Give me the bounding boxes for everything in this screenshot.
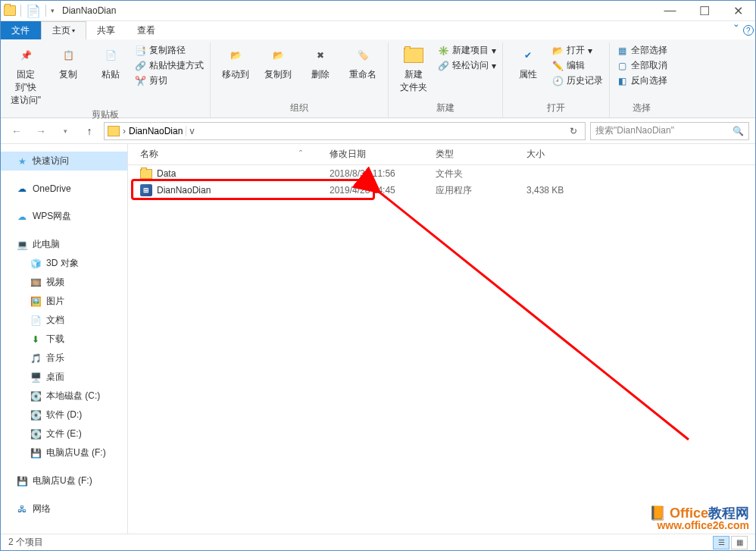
search-icon: 🔍 xyxy=(733,126,744,136)
back-button[interactable]: ← xyxy=(7,121,27,141)
path-icon: 📑 xyxy=(134,45,146,57)
up-button[interactable]: ↑ xyxy=(80,121,99,141)
copy-path-button[interactable]: 📑复制路径 xyxy=(134,44,204,57)
sidebar-item-wps[interactable]: ☁WPS网盘 xyxy=(1,207,127,226)
easy-access-button[interactable]: 🔗轻松访问 ▾ xyxy=(437,59,496,72)
address-bar-row: ← → ▾ ↑ › DianNaoDian v ↻ 搜索"DianNaoDian… xyxy=(1,118,755,144)
forward-button[interactable]: → xyxy=(31,121,51,141)
usb-icon: 💾 xyxy=(30,447,42,459)
folder-icon xyxy=(108,126,120,136)
file-list[interactable]: 名称ˆ 修改日期 类型 大小 Data2018/8/30 11:56文件夹⊞Di… xyxy=(128,144,755,535)
move-to-button[interactable]: 📂移动到 xyxy=(217,42,255,81)
rename-icon: 🏷️ xyxy=(351,44,375,67)
sidebar-item-downloads[interactable]: ⬇下载 xyxy=(1,330,127,349)
group-organize-label: 组织 xyxy=(217,100,382,116)
sidebar-item-network[interactable]: 🖧网络 xyxy=(1,499,127,518)
copy-to-button[interactable]: 📂复制到 xyxy=(259,42,297,81)
search-input[interactable]: 搜索"DianNaoDian" 🔍 xyxy=(590,122,749,140)
paste-button[interactable]: 📄粘贴 xyxy=(92,42,130,81)
cut-button[interactable]: ✂️剪切 xyxy=(134,74,204,87)
sidebar-item-edrive[interactable]: 💽文件 (E:) xyxy=(1,424,127,443)
sidebar-item-cdrive[interactable]: 💽本地磁盘 (C:) xyxy=(1,387,127,405)
view-details-button[interactable]: ☰ xyxy=(713,536,729,549)
close-button[interactable]: ✕ xyxy=(721,1,755,20)
sidebar-item-music[interactable]: 🎵音乐 xyxy=(1,349,127,368)
drive-icon: 💽 xyxy=(30,428,42,440)
history-button[interactable]: 🕘历史记录 xyxy=(551,74,603,87)
sidebar-item-videos[interactable]: 🎞️视频 xyxy=(1,273,127,292)
edit-icon: ✏️ xyxy=(551,60,564,72)
address-dropdown-icon[interactable]: v xyxy=(186,126,197,136)
properties-button[interactable]: ✔属性 xyxy=(509,42,547,81)
moveto-icon: 📂 xyxy=(223,44,248,67)
window-title: DianNaoDian xyxy=(62,5,116,16)
scissors-icon: ✂️ xyxy=(134,75,146,87)
tab-home[interactable]: 主页▾ xyxy=(41,21,86,39)
sidebar-item-thispc[interactable]: 💻此电脑 xyxy=(1,235,127,254)
refresh-button[interactable]: ↻ xyxy=(565,126,582,136)
new-folder-button[interactable]: 新建 文件夹 xyxy=(395,42,433,94)
easyaccess-icon: 🔗 xyxy=(437,60,449,72)
doc-icon: 📄 xyxy=(30,315,42,327)
recent-button[interactable]: ▾ xyxy=(55,121,75,141)
select-all-button[interactable]: ▦全部选择 xyxy=(616,44,667,57)
select-none-button[interactable]: ▢全部取消 xyxy=(616,59,667,72)
column-headers[interactable]: 名称ˆ 修改日期 类型 大小 xyxy=(128,144,755,165)
qat-dropdown-icon[interactable]: ▾ xyxy=(51,7,55,14)
delete-button[interactable]: ✖删除 xyxy=(301,42,339,81)
newitem-icon: ✳️ xyxy=(437,45,449,57)
file-row[interactable]: ⊞DianNaoDian2019/4/28 14:45应用程序3,438 KB xyxy=(128,182,755,199)
tab-share[interactable]: 共享 xyxy=(86,21,127,39)
help-button[interactable]: ˇ ? xyxy=(733,21,755,39)
sidebar-item-pictures[interactable]: 🖼️图片 xyxy=(1,292,127,311)
qat-doc-icon[interactable]: 📄 xyxy=(26,4,41,18)
file-type: 文件夹 xyxy=(431,167,522,180)
copy-button[interactable]: 📋复制 xyxy=(49,42,87,81)
music-icon: 🎵 xyxy=(30,352,42,365)
new-item-button[interactable]: ✳️新建项目 ▾ xyxy=(437,44,496,57)
maximize-button[interactable]: ☐ xyxy=(687,1,721,20)
column-type[interactable]: 类型 xyxy=(431,148,522,161)
folder-icon xyxy=(4,5,16,16)
sort-indicator-icon: ˆ xyxy=(299,149,302,160)
group-select-label: 选择 xyxy=(616,100,667,116)
desktop-icon: 🖥️ xyxy=(30,371,42,384)
sidebar-item-fdrive2[interactable]: 💾电脑店U盘 (F:) xyxy=(1,471,127,490)
star-icon: ★ xyxy=(16,155,28,167)
sidebar-item-documents[interactable]: 📄文档 xyxy=(1,311,127,330)
paste-shortcut-button[interactable]: 🔗粘贴快捷方式 xyxy=(134,59,204,72)
address-path: DianNaoDian xyxy=(129,126,183,136)
sidebar-item-onedrive[interactable]: ☁OneDrive xyxy=(1,180,127,198)
sidebar-item-quickaccess[interactable]: ★快速访问 xyxy=(1,152,127,171)
usb-icon: 💾 xyxy=(16,475,28,487)
navigation-pane[interactable]: ★快速访问 ☁OneDrive ☁WPS网盘 💻此电脑 🧊3D 对象 🎞️视频 … xyxy=(1,144,128,535)
file-name: DianNaoDian xyxy=(157,185,211,196)
file-name: Data xyxy=(157,168,176,179)
file-date: 2018/8/30 11:56 xyxy=(325,168,431,179)
file-row[interactable]: Data2018/8/30 11:56文件夹 xyxy=(128,165,755,182)
title-bar: 📄 ▾ DianNaoDian — ☐ ✕ xyxy=(1,1,755,21)
address-bar[interactable]: › DianNaoDian v ↻ xyxy=(104,122,586,140)
sidebar-item-desktop[interactable]: 🖥️桌面 xyxy=(1,368,127,387)
pin-icon: 📌 xyxy=(14,44,38,67)
cloud-icon: ☁ xyxy=(16,183,28,195)
tab-view[interactable]: 查看 xyxy=(127,21,167,39)
file-date: 2019/4/28 14:45 xyxy=(325,185,431,196)
view-icons-button[interactable]: ▦ xyxy=(731,536,748,549)
minimize-button[interactable]: — xyxy=(653,1,687,20)
column-size[interactable]: 大小 xyxy=(522,148,598,161)
item-count: 2 个项目 xyxy=(8,536,43,549)
column-name[interactable]: 名称ˆ xyxy=(136,148,325,161)
tab-file[interactable]: 文件 xyxy=(1,21,41,39)
sidebar-item-fdrive[interactable]: 💾电脑店U盘 (F:) xyxy=(1,443,127,462)
sidebar-item-ddrive[interactable]: 💽软件 (D:) xyxy=(1,405,127,424)
sidebar-item-3dobjects[interactable]: 🧊3D 对象 xyxy=(1,254,127,273)
rename-button[interactable]: 🏷️重命名 xyxy=(344,42,382,81)
invert-selection-button[interactable]: ◧反向选择 xyxy=(616,74,667,87)
open-button[interactable]: 📂打开 ▾ xyxy=(551,44,603,57)
column-date[interactable]: 修改日期 xyxy=(325,148,431,161)
pin-quickaccess-button[interactable]: 📌固定到"快 速访问" xyxy=(7,42,45,107)
edit-button[interactable]: ✏️编辑 xyxy=(551,59,603,72)
main-area: ★快速访问 ☁OneDrive ☁WPS网盘 💻此电脑 🧊3D 对象 🎞️视频 … xyxy=(1,144,755,535)
ribbon-tabs: 文件 主页▾ 共享 查看 ˇ ? xyxy=(1,21,755,39)
